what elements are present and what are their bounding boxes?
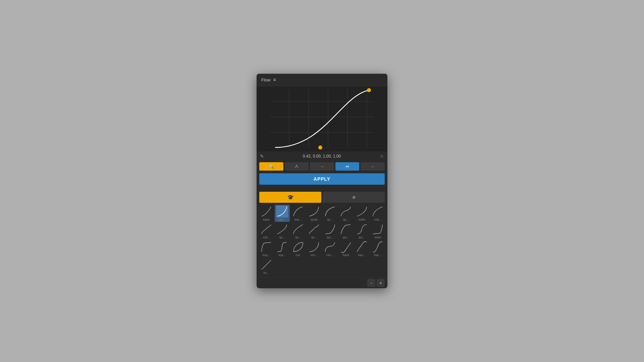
panel-title: Flow: [261, 77, 270, 82]
cubic-in-item[interactable]: cubic: [354, 205, 370, 222]
quint-out-item[interactable]: qui...: [338, 223, 354, 240]
mode-buttons-row: 🔍 Λ → ⇔ ←: [257, 161, 387, 172]
quart-in-item[interactable]: qu...: [275, 223, 290, 240]
circ-out-item[interactable]: circ...: [307, 240, 322, 257]
zoom-in-button[interactable]: +: [377, 279, 385, 287]
curve-svg: [257, 86, 387, 152]
edit-icon[interactable]: ✎: [260, 154, 264, 159]
tabs-row: 🎓 ★: [257, 192, 387, 203]
quart-out-item[interactable]: qu...: [290, 223, 306, 240]
cubic-inout-item[interactable]: cub...: [259, 223, 274, 240]
back-in-item[interactable]: back: [338, 240, 354, 257]
curve-editor[interactable]: [257, 86, 387, 152]
quad-in-item[interactable]: quad: [307, 205, 322, 222]
coords-bar: ✎ 0.42, 0.00, 1.00, 1.00 ☆: [257, 152, 387, 161]
quart-inout-item[interactable]: qu...: [307, 223, 322, 240]
easing-grid: ease eas... eas... quad qu... qu... cubi…: [257, 205, 387, 277]
ease-out-item[interactable]: eas...: [290, 205, 306, 222]
quad-out-item[interactable]: qu...: [322, 205, 338, 222]
resize-handle[interactable]: ...: [257, 186, 387, 192]
ease-in-item[interactable]: eas...: [275, 205, 290, 222]
apply-button[interactable]: APPLY: [259, 173, 385, 185]
favorite-star-icon[interactable]: ☆: [380, 154, 384, 159]
flow-panel: Flow ≡ ✎ 0.42, 0.00, 1.00, 1.00 ☆: [257, 74, 387, 288]
linear-item[interactable]: lin...: [259, 258, 274, 275]
svg-point-8: [318, 145, 322, 149]
expo-in-item[interactable]: expo: [370, 223, 386, 240]
zoom-mode-button[interactable]: 🔍: [259, 162, 283, 171]
easing-mode-button[interactable]: Λ: [285, 162, 309, 171]
expo-inout-item[interactable]: exp...: [275, 240, 290, 257]
presets-tab[interactable]: 🎓: [259, 192, 321, 203]
quad-inout-item[interactable]: qu...: [338, 205, 354, 222]
right-arrow-mode-button[interactable]: →: [310, 162, 334, 171]
bottom-bar: - +: [257, 277, 387, 288]
back-out-item[interactable]: bac...: [354, 240, 370, 257]
circ-inout-item[interactable]: circ...: [322, 240, 338, 257]
quint-in-item[interactable]: qui...: [322, 223, 338, 240]
coords-display: 0.42, 0.00, 1.00, 1.00: [303, 154, 341, 159]
zoom-out-button[interactable]: -: [367, 279, 375, 287]
back-inout-item[interactable]: bac...: [370, 240, 386, 257]
svg-line-10: [262, 260, 271, 269]
quint-inout-item[interactable]: qui...: [354, 223, 370, 240]
ease-item[interactable]: ease: [259, 205, 274, 222]
circ-in-item[interactable]: circ: [290, 240, 306, 257]
expo-out-item[interactable]: exp...: [259, 240, 274, 257]
left-arrow-mode-button[interactable]: ←: [361, 162, 385, 171]
menu-icon[interactable]: ≡: [273, 77, 276, 82]
titlebar: Flow ≡: [257, 74, 387, 86]
cubic-out-item[interactable]: cub...: [370, 205, 386, 222]
favorites-tab[interactable]: ★: [323, 192, 385, 203]
both-arrows-mode-button[interactable]: ⇔: [335, 162, 360, 171]
svg-point-9: [367, 88, 371, 92]
